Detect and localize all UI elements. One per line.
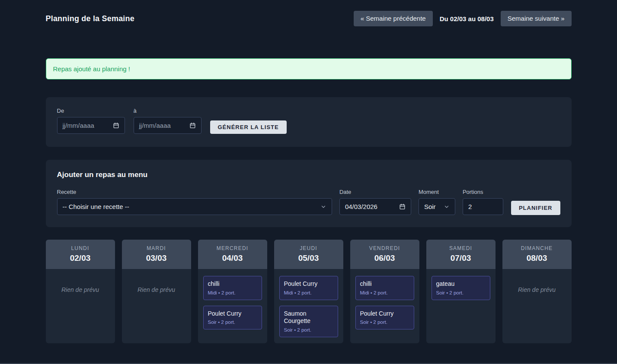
day-name: MERCREDI (200, 245, 265, 251)
meal-date-value: 04/03/2026 (345, 203, 377, 210)
meal-title: Poulet Curry (208, 310, 257, 318)
week-navigation: « Semaine précédente Du 02/03 au 08/03 S… (354, 11, 572, 26)
day-name: DIMANCHE (504, 245, 570, 251)
calendar-icon[interactable] (113, 122, 119, 129)
portions-label: Portions (463, 189, 503, 195)
day-header: DIMANCHE 08/03 (502, 240, 572, 269)
meal-detail: Soir • 2 port. (436, 290, 486, 295)
day-header: JEUDI 05/03 (274, 240, 343, 269)
day-name: MARDI (124, 245, 189, 251)
add-meal-panel: Ajouter un repas au menu Recette -- Choi… (46, 160, 572, 227)
meal-card[interactable]: Poulet Curry Soir • 2 port. (203, 306, 262, 330)
from-date-label: De (57, 108, 125, 114)
recipe-label: Recette (57, 189, 332, 195)
meal-title: Poulet Curry (360, 310, 409, 318)
meal-card[interactable]: chilli Midi • 2 port. (355, 276, 414, 300)
day-name: LUNDI (48, 245, 113, 251)
meal-date-label: Date (339, 189, 411, 195)
day-name: VENDREDI (352, 245, 418, 251)
meal-detail: Midi • 2 port. (360, 290, 409, 295)
week-grid: LUNDI 02/03 Rien de prévu MARDI 03/03 Ri… (46, 240, 572, 343)
chevron-down-icon (320, 204, 326, 210)
day-column: LUNDI 02/03 Rien de prévu (46, 240, 115, 343)
meal-card[interactable]: Poulet Curry Soir • 2 port. (355, 306, 414, 330)
meal-card[interactable]: gateau Soir • 2 port. (432, 276, 490, 300)
meal-card[interactable]: Poulet Curry Midi • 2 port. (279, 276, 338, 300)
empty-day-text: Rien de prévu (508, 286, 566, 293)
add-meal-title: Ajouter un repas au menu (57, 171, 560, 179)
day-body: Rien de prévu (502, 269, 572, 343)
day-header: SAMEDI 07/03 (426, 240, 496, 269)
day-column: DIMANCHE 08/03 Rien de prévu (502, 240, 572, 343)
meal-card[interactable]: chilli Midi • 2 port. (203, 276, 262, 300)
from-date-input[interactable]: jj/mm/aaaa (57, 117, 125, 134)
next-week-button[interactable]: Semaine suivante » (501, 11, 572, 26)
plan-button[interactable]: PLANIFIER (511, 201, 560, 215)
day-date: 03/03 (124, 253, 189, 263)
day-body: Rien de prévu (122, 269, 191, 343)
day-column: MARDI 03/03 Rien de prévu (122, 240, 191, 343)
day-header: MERCREDI 04/03 (198, 240, 267, 269)
day-body: Rien de prévu (46, 269, 115, 343)
day-date: 06/03 (352, 253, 418, 263)
empty-day-text: Rien de prévu (127, 286, 186, 293)
day-body: chilli Midi • 2 port. Poulet Curry Soir … (198, 269, 267, 343)
portions-field: Portions 2 (463, 189, 503, 215)
day-header: VENDREDI 06/03 (350, 240, 419, 269)
meal-detail: Soir • 2 port. (360, 320, 409, 325)
meal-title: Saumon Courgette (284, 310, 333, 325)
meal-detail: Soir • 2 port. (284, 327, 333, 332)
portions-input[interactable]: 2 (463, 198, 503, 215)
day-body: Poulet Curry Midi • 2 port. Saumon Courg… (274, 269, 343, 343)
meal-detail: Soir • 2 port. (208, 320, 257, 325)
to-date-placeholder: jj/mm/aaaa (139, 122, 171, 129)
meal-title: Poulet Curry (284, 280, 333, 288)
calendar-icon[interactable] (189, 122, 196, 129)
previous-week-button[interactable]: « Semaine précédente (354, 11, 433, 26)
day-header: MARDI 03/03 (122, 240, 191, 269)
meal-card[interactable]: Saumon Courgette Soir • 2 port. (279, 306, 338, 337)
week-range-label: Du 02/03 au 08/03 (440, 15, 494, 22)
to-date-input[interactable]: jj/mm/aaaa (134, 117, 201, 134)
generate-list-panel: De jj/mm/aaaa à jj/mm/aaaa GÉNÉRER LA LI… (46, 97, 572, 147)
generate-list-button[interactable]: GÉNÉRER LA LISTE (210, 120, 287, 134)
day-column: MERCREDI 04/03 chilli Midi • 2 port. Pou… (198, 240, 267, 343)
day-name: JEUDI (276, 245, 342, 251)
meal-detail: Midi • 2 port. (284, 290, 333, 295)
day-date: 07/03 (428, 253, 494, 263)
moment-select-value: Soir (424, 203, 436, 210)
recipe-select-value: -- Choisir une recette -- (63, 203, 129, 210)
to-date-label: à (134, 108, 201, 114)
meal-title: gateau (436, 280, 486, 288)
meal-date-input[interactable]: 04/03/2026 (339, 198, 411, 215)
portions-input-value: 2 (468, 203, 472, 210)
meal-date-field: Date 04/03/2026 (339, 189, 411, 215)
success-alert: Repas ajouté au planning ! (46, 58, 572, 79)
day-column: JEUDI 05/03 Poulet Curry Midi • 2 port. … (274, 240, 343, 343)
from-date-field: De jj/mm/aaaa (57, 108, 125, 134)
day-name: SAMEDI (428, 245, 494, 251)
page-title: Planning de la Semaine (46, 14, 134, 23)
meal-title: chilli (360, 280, 409, 288)
day-header: LUNDI 02/03 (46, 240, 115, 269)
meal-title: chilli (208, 280, 257, 288)
moment-field: Moment Soir (419, 189, 455, 215)
meal-detail: Midi • 2 port. (208, 290, 257, 295)
moment-select[interactable]: Soir (419, 198, 455, 215)
to-date-field: à jj/mm/aaaa (134, 108, 201, 134)
chevron-down-icon (444, 204, 450, 210)
calendar-icon[interactable] (399, 203, 406, 210)
add-meal-form: Recette -- Choisir une recette -- Date 0… (57, 189, 560, 215)
recipe-field: Recette -- Choisir une recette -- (57, 189, 332, 215)
recipe-select[interactable]: -- Choisir une recette -- (57, 198, 332, 215)
empty-day-text: Rien de prévu (51, 286, 110, 293)
day-date: 05/03 (276, 253, 342, 263)
day-body: gateau Soir • 2 port. (426, 269, 496, 343)
page-content: Planning de la Semaine « Semaine précéde… (46, 0, 572, 343)
day-column: VENDREDI 06/03 chilli Midi • 2 port. Pou… (350, 240, 419, 343)
header: Planning de la Semaine « Semaine précéde… (46, 0, 572, 26)
day-column: SAMEDI 07/03 gateau Soir • 2 port. (426, 240, 496, 343)
from-date-placeholder: jj/mm/aaaa (63, 122, 94, 129)
day-body: chilli Midi • 2 port. Poulet Curry Soir … (350, 269, 419, 343)
moment-label: Moment (419, 189, 455, 195)
